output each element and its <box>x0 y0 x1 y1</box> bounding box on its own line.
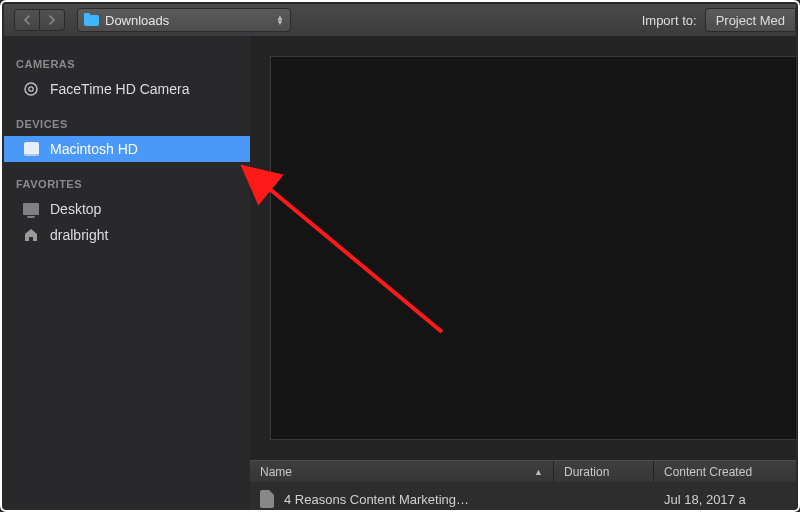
import-target-label: Project Med <box>716 13 785 28</box>
sidebar-item-label: Macintosh HD <box>50 141 138 157</box>
section-header-devices: DEVICES <box>4 102 250 136</box>
home-icon <box>22 227 40 243</box>
column-header-duration[interactable]: Duration <box>554 461 654 483</box>
camera-icon <box>22 81 40 97</box>
path-current-label: Downloads <box>105 13 169 28</box>
sort-ascending-icon: ▲ <box>534 467 543 477</box>
sidebar-item-label: FaceTime HD Camera <box>50 81 190 97</box>
hd-icon <box>22 141 40 157</box>
column-header-label: Duration <box>564 465 609 479</box>
file-content-created: Jul 18, 2017 a <box>664 492 746 507</box>
path-dropdown[interactable]: Downloads ▲▼ <box>77 8 291 32</box>
folder-icon <box>84 15 99 26</box>
svg-point-0 <box>25 83 37 95</box>
svg-point-1 <box>29 87 33 91</box>
forward-button[interactable] <box>40 9 65 31</box>
column-header-label: Content Created <box>664 465 752 479</box>
toolbar: Downloads ▲▼ Import to: Project Med <box>4 4 796 37</box>
column-header-name[interactable]: Name ▲ <box>250 461 554 483</box>
import-to-label: Import to: <box>642 13 697 28</box>
section-header-favorites: FAVORITES <box>4 162 250 196</box>
stepper-icon: ▲▼ <box>276 15 284 25</box>
sidebar-item-facetime-camera[interactable]: FaceTime HD Camera <box>4 76 250 102</box>
sidebar-item-label: dralbright <box>50 227 108 243</box>
column-header-content-created[interactable]: Content Created <box>654 461 796 483</box>
table-row[interactable]: 4 Reasons Content Marketing… Jul 18, 201… <box>250 482 796 512</box>
main-panel: Name ▲ Duration Content Created 4 Reason… <box>250 36 796 508</box>
desktop-icon <box>22 201 40 217</box>
sidebar-item-macintosh-hd[interactable]: Macintosh HD <box>4 136 250 162</box>
section-header-cameras: CAMERAS <box>4 36 250 76</box>
sidebar: CAMERAS FaceTime HD Camera DEVICES Macin… <box>4 36 250 508</box>
file-name: 4 Reasons Content Marketing… <box>284 492 469 507</box>
table-header: Name ▲ Duration Content Created <box>250 460 796 484</box>
preview-area <box>270 56 796 440</box>
sidebar-item-desktop[interactable]: Desktop <box>4 196 250 222</box>
nav-buttons <box>14 9 65 31</box>
sidebar-item-label: Desktop <box>50 201 101 217</box>
document-icon <box>260 490 274 508</box>
back-button[interactable] <box>14 9 40 31</box>
import-target-dropdown[interactable]: Project Med <box>705 8 796 32</box>
sidebar-item-home[interactable]: dralbright <box>4 222 250 248</box>
column-header-label: Name <box>260 465 292 479</box>
import-window: Downloads ▲▼ Import to: Project Med CAME… <box>0 0 800 512</box>
